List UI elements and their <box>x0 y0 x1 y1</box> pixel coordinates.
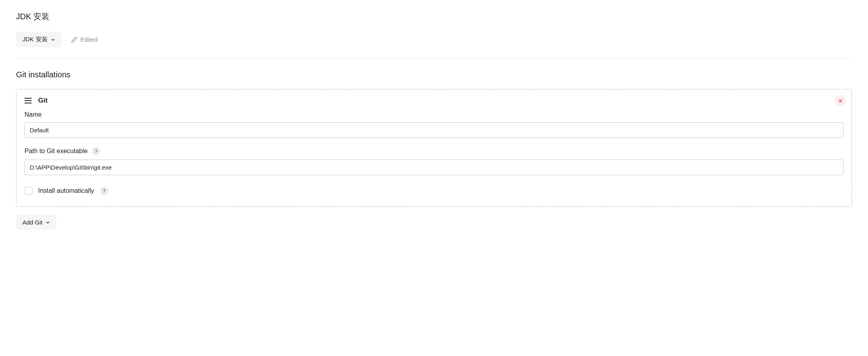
git-path-help-button[interactable]: ? <box>91 147 100 156</box>
install-auto-label: Install automatically <box>38 187 94 194</box>
edited-badge: Edited <box>71 36 98 43</box>
close-icon <box>838 99 843 103</box>
install-auto-help-button[interactable]: ? <box>100 186 109 195</box>
git-name-label: Name <box>24 111 844 118</box>
jdk-dropdown-label: JDK 安装 <box>22 36 48 43</box>
pencil-icon <box>71 36 77 43</box>
drag-handle-icon[interactable] <box>24 98 32 103</box>
add-git-label: Add Git <box>22 219 43 226</box>
git-installation-panel: Git Name Path to Git executable ? Instal… <box>16 89 852 207</box>
git-path-input[interactable] <box>24 160 844 175</box>
git-path-label: Path to Git executable ? <box>24 147 844 156</box>
install-auto-checkbox[interactable] <box>24 187 33 195</box>
git-section-title: Git installations <box>16 70 852 79</box>
chevron-down-icon <box>46 220 50 225</box>
edited-label: Edited <box>81 36 98 43</box>
jdk-toolbar: JDK 安装 Edited <box>16 32 852 47</box>
add-git-button[interactable]: Add Git <box>16 215 56 230</box>
git-panel-title: Git <box>38 97 48 105</box>
jdk-section-title: JDK 安装 <box>16 11 852 22</box>
jdk-dropdown-button[interactable]: JDK 安装 <box>16 32 61 47</box>
git-panel-header: Git <box>24 97 844 105</box>
git-name-input[interactable] <box>24 122 844 138</box>
remove-git-button[interactable] <box>835 95 846 106</box>
install-auto-row: Install automatically ? <box>24 186 844 195</box>
chevron-down-icon <box>51 38 55 42</box>
section-divider <box>16 59 852 59</box>
